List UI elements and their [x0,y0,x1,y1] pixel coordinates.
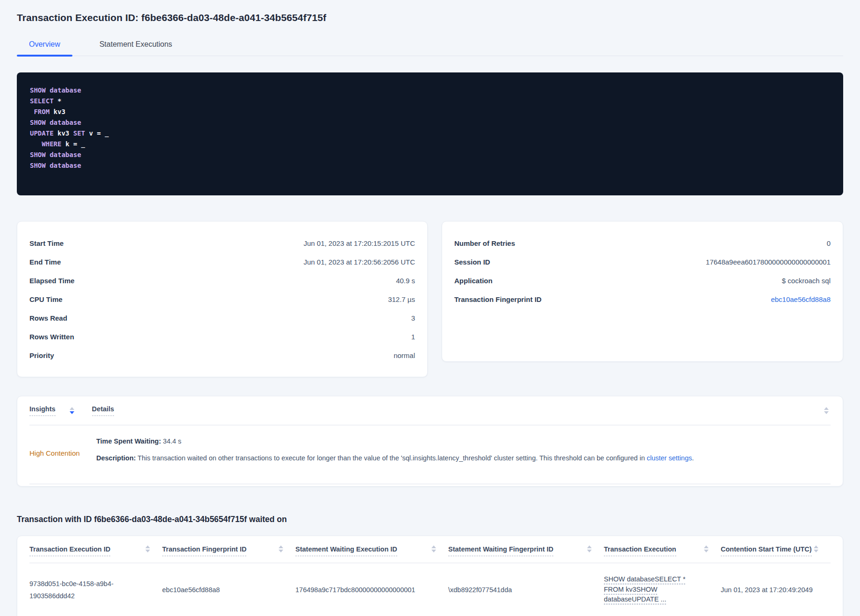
kv-label: Number of Retries [454,239,515,247]
kv-value: Jun 01, 2023 at 17:20:15:2015 UTC [303,239,415,247]
kv-value: 0 [827,239,831,247]
session-row-transaction-fingerprint: Transaction Fingerprint ID ebc10ae56cfd8… [454,290,831,308]
column-label[interactable]: Transaction Execution ID [29,545,110,556]
insight-type-badge: High Contention [29,449,96,457]
tab-bar: Overview Statement Executions [17,36,843,56]
kv-label: Transaction Fingerprint ID [454,295,542,303]
sort-icon[interactable] [587,545,592,552]
insight-details: Time Spent Waiting: 34.4 s Description: … [96,437,831,470]
sql-line: SHOW database [30,85,830,96]
session-row-session-id: Session ID 17648a9eea6017800000000000000… [454,252,831,271]
sql-token: * [54,97,62,105]
summary-row-start-time: Start Time Jun 01, 2023 at 17:20:15:2015… [29,234,415,252]
page-title: Transaction Execution ID: f6be6366-da03-… [17,12,843,23]
column-label[interactable]: Statement Waiting Fingerprint ID [448,545,553,556]
sql-line: SHOW database [30,150,830,160]
sort-icon[interactable] [70,407,74,414]
sort-icon[interactable] [145,545,150,552]
sql-token: v = _ [85,129,109,137]
kv-label: Rows Read [29,314,67,322]
kv-label: Priority [29,351,54,359]
session-summary-card: Number of Retries 0 Session ID 17648a9ee… [442,221,843,362]
sort-icon[interactable] [814,545,818,552]
kv-value: Jun 01, 2023 at 17:20:56:2056 UTC [303,258,415,266]
kv-value: 1 [411,333,415,341]
waited-on-heading: Transaction with ID f6be6366-da03-48de-a… [17,515,843,524]
description-suffix: . [692,454,694,462]
kv-value: $ cockroach sql [782,277,831,285]
column-header-transaction-fingerprint-id[interactable]: Transaction Fingerprint ID [162,545,295,556]
column-label[interactable]: Statement Waiting Execution ID [295,545,397,556]
sql-token: FROM [34,108,50,115]
sql-line: FROM kv3 [30,107,830,117]
transaction-execution-link[interactable]: SHOW databaseSELECT * FROM kv3SHOW datab… [604,574,687,605]
column-label[interactable]: Transaction Execution [604,545,676,556]
insights-table-header: Insights Details [29,396,831,425]
kv-label: Rows Written [29,333,74,341]
sort-icon[interactable] [279,545,283,552]
sql-token: SHOW database [30,162,81,169]
sql-token: k = _ [61,140,85,148]
kv-label: Elapsed Time [29,277,74,285]
waiting-label: Time Spent Waiting: [96,437,161,445]
summary-cards-row: Start Time Jun 01, 2023 at 17:20:15:2015… [17,221,843,377]
summary-row-rows-read: Rows Read 3 [29,308,415,327]
insights-column-header[interactable]: Insights [29,405,56,416]
cell-statement-waiting-fingerprint-id: \xdb8922f077541dda [448,584,604,596]
kv-label: Session ID [454,258,490,266]
tab-overview[interactable]: Overview [17,36,72,56]
cluster-settings-link[interactable]: cluster settings [647,454,692,462]
sql-token: UPDATE [30,129,54,137]
summary-row-end-time: End Time Jun 01, 2023 at 17:20:56:2056 U… [29,252,415,271]
tab-statement-executions[interactable]: Statement Executions [87,36,185,56]
insight-waiting-line: Time Spent Waiting: 34.4 s [96,437,831,446]
sort-icon[interactable] [704,545,709,552]
cell-contention-start-time: Jun 01, 2023 at 17:20:49:2049 [721,584,831,596]
kv-value: 3 [411,314,415,322]
sql-token: SHOW database [30,119,81,126]
column-header-statement-waiting-fingerprint-id[interactable]: Statement Waiting Fingerprint ID [448,545,604,556]
cell-statement-waiting-execution-id: 176498a9c717bdc80000000000000001 [295,584,448,596]
sort-icon[interactable] [824,407,829,414]
sql-line: SHOW database [30,160,830,171]
kv-value: 312.7 µs [388,295,415,303]
sql-token: SHOW database [30,151,81,158]
transaction-fingerprint-link[interactable]: ebc10ae56cfd88a8 [771,295,831,303]
waited-on-table-header: Transaction Execution ID Transaction Fin… [29,536,831,563]
session-row-retries: Number of Retries 0 [454,234,831,252]
cell-transaction-execution-id: 9738d051-bc0e-4158-a9b4-1903586ddd42 [29,578,137,602]
cell-transaction-execution: SHOW databaseSELECT * FROM kv3SHOW datab… [604,574,721,605]
summary-row-priority: Priority normal [29,346,415,365]
insights-table-card: Insights Details High Contention Time Sp… [17,396,843,487]
sql-token [30,140,42,148]
summary-row-cpu-time: CPU Time 312.7 µs [29,290,415,308]
sort-icon[interactable] [431,545,436,552]
session-row-application: Application $ cockroach sql [454,271,831,290]
column-header-transaction-execution[interactable]: Transaction Execution [604,545,721,556]
sql-line: WHERE k = _ [30,139,830,150]
kv-value: 17648a9eea6017800000000000000001 [706,258,831,266]
kv-label: End Time [29,258,61,266]
sql-statements-box: SHOW database SELECT * FROM kv3 SHOW dat… [17,72,843,195]
details-column-header[interactable]: Details [92,405,115,416]
transaction-execution-page: Transaction Execution ID: f6be6366-da03-… [0,12,860,616]
cell-transaction-fingerprint-id: ebc10ae56cfd88a8 [162,584,295,596]
insight-row: High Contention Time Spent Waiting: 34.4… [29,425,831,484]
sql-line: SELECT * [30,96,830,107]
sql-token: kv3 [54,129,73,137]
sql-token: SET [73,129,85,137]
sql-token: SELECT [30,97,54,105]
description-text: This transaction waited on other transac… [136,454,647,462]
sql-line: UPDATE kv3 SET v = _ [30,128,830,139]
column-header-statement-waiting-execution-id[interactable]: Statement Waiting Execution ID [295,545,448,556]
kv-value: normal [394,351,415,359]
sql-line: SHOW database [30,117,830,128]
column-label[interactable]: Contention Start Time (UTC) [721,545,812,556]
column-header-contention-start-time[interactable]: Contention Start Time (UTC) [721,545,831,556]
waiting-value: 34.4 s [161,437,182,445]
kv-label: Start Time [29,239,64,247]
sql-token: kv3 [50,108,65,115]
column-header-transaction-execution-id[interactable]: Transaction Execution ID [29,545,162,556]
kv-label: Application [454,277,493,285]
column-label[interactable]: Transaction Fingerprint ID [162,545,246,556]
